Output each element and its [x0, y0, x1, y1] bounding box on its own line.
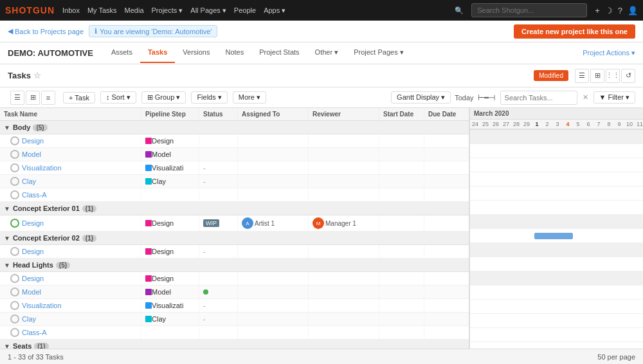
group-count: (1): [82, 235, 96, 242]
nav-media[interactable]: Media: [125, 6, 144, 14]
collapse-seats[interactable]: ▼: [4, 343, 10, 349]
help-icon[interactable]: ?: [618, 6, 622, 15]
gantt-panel: March 2020 24 25 26 27 28 29 1 2 3 4 5 6…: [469, 108, 643, 349]
list-view-icon[interactable]: ☰: [575, 69, 589, 83]
status-circle: [10, 314, 19, 323]
gantt-day: 29: [521, 121, 532, 127]
star-icon[interactable]: ☆: [33, 71, 41, 80]
options-icon[interactable]: ⋮⋮: [606, 69, 620, 83]
status-circle: [10, 328, 19, 337]
col-reviewer: Reviewer: [309, 108, 379, 120]
task-link[interactable]: Clay: [22, 177, 36, 185]
add-task-btn[interactable]: + Task: [63, 92, 95, 104]
task-link[interactable]: Visualization: [22, 164, 62, 172]
gantt-bar: [534, 233, 573, 239]
table-row: Class-A Body: [0, 188, 469, 202]
col-task-name: Task Name: [0, 108, 141, 120]
group-concept-ext-02: ▼ Concept Exterior 02 (1): [0, 232, 469, 245]
nav-allpages[interactable]: All Pages ▾: [190, 6, 226, 15]
fields-btn[interactable]: Fields ▾: [191, 91, 227, 104]
gantt-row: [470, 257, 643, 271]
nav-projects[interactable]: Projects ▾: [152, 6, 183, 15]
collapse-concept-01[interactable]: ▼: [4, 205, 10, 212]
create-project-btn[interactable]: Create new project like this one: [514, 24, 635, 39]
task-link[interactable]: Design: [22, 137, 44, 145]
gantt-day: 7: [593, 121, 604, 127]
global-search[interactable]: [471, 3, 587, 17]
task-link[interactable]: Visualization: [22, 302, 62, 309]
table-row: Class-A Head Lights: [0, 326, 469, 340]
nav-inbox[interactable]: Inbox: [62, 6, 80, 14]
gantt-row: [470, 158, 643, 172]
group-body-label: Body: [13, 123, 31, 131]
tab-other[interactable]: Other ▾: [307, 43, 347, 63]
view-grid2-icon[interactable]: ⊞: [26, 91, 40, 105]
group-btn[interactable]: ⊞ Group ▾: [141, 91, 186, 104]
group-body: ▼ Body (5): [0, 121, 469, 134]
assigned-name: Artist 1: [255, 220, 275, 227]
task-link[interactable]: Model: [22, 288, 41, 296]
tab-tasks[interactable]: Tasks: [140, 43, 175, 63]
sort-btn[interactable]: ↕ Sort ▾: [100, 91, 136, 104]
task-table: Task Name Pipeline Step Status Assigned …: [0, 108, 469, 349]
nav-apps[interactable]: Apps ▾: [264, 6, 285, 15]
gantt-row: [470, 328, 643, 342]
gantt-day: 24: [470, 121, 480, 127]
task-link[interactable]: Clay: [22, 315, 36, 323]
back-to-projects[interactable]: ◀ Back to Projects page: [8, 27, 84, 35]
refresh-icon[interactable]: ↺: [621, 69, 635, 83]
modified-badge[interactable]: Modified: [534, 70, 568, 81]
search-tasks-input[interactable]: [500, 91, 577, 105]
filter-btn[interactable]: ▼ Filter ▾: [593, 91, 635, 104]
gantt-row: [470, 342, 643, 349]
tab-versions[interactable]: Versions: [175, 43, 217, 63]
more-btn[interactable]: More ▾: [233, 91, 266, 104]
gantt-day: 26: [491, 121, 501, 127]
table-row: Clay Clay - Head Lights: [0, 313, 469, 326]
avatar: A: [242, 217, 253, 229]
gantt-day: 28: [511, 121, 521, 127]
task-link[interactable]: Design: [22, 275, 44, 282]
top-nav: SHOTGUN Inbox My Tasks Media Projects ▾ …: [0, 0, 643, 21]
status-circle: [10, 190, 19, 199]
group-seats: ▼ Seats (1): [0, 340, 469, 349]
task-link[interactable]: Class-A: [22, 329, 47, 336]
tab-project-stats[interactable]: Project Stats: [251, 43, 307, 63]
gantt-display-btn[interactable]: Gantt Display ▾: [391, 91, 451, 104]
task-link[interactable]: Class-A: [22, 191, 47, 199]
status-circle: [10, 163, 19, 172]
nav-mytasks[interactable]: My Tasks: [87, 6, 117, 14]
tab-assets[interactable]: Assets: [104, 43, 140, 63]
table-row: Clay Clay - Body: [0, 175, 469, 188]
tab-notes[interactable]: Notes: [217, 43, 251, 63]
grid-view-icon[interactable]: ⊞: [590, 69, 604, 83]
sub-nav: ◀ Back to Projects page ℹ You are viewin…: [0, 21, 643, 42]
timeline-slider[interactable]: ⊢━⊣: [478, 93, 495, 102]
collapse-concept-02[interactable]: ▼: [4, 235, 10, 242]
project-tabs: Assets Tasks Versions Notes Project Stat…: [104, 43, 412, 63]
status-circle: [10, 219, 19, 228]
collapse-body[interactable]: ▼: [4, 124, 10, 131]
status-circle: [10, 247, 19, 256]
moon-icon[interactable]: ☽: [605, 6, 613, 15]
task-link[interactable]: Model: [22, 150, 41, 158]
view-menu-icon[interactable]: ≡: [41, 91, 55, 105]
table-row: Design Design Body: [0, 134, 469, 148]
tab-project-pages[interactable]: Project Pages ▾: [346, 43, 412, 63]
project-actions[interactable]: Project Actions ▾: [583, 49, 635, 57]
gantt-day: 25: [480, 121, 491, 127]
gantt-row: [470, 187, 643, 201]
col-start: Start Date: [379, 108, 424, 120]
task-link[interactable]: Design: [22, 248, 44, 255]
task-link[interactable]: Design: [22, 219, 44, 227]
user-avatar[interactable]: 👤: [628, 6, 638, 15]
view-list-icon[interactable]: ☰: [10, 91, 24, 105]
app-logo: SHOTGUN: [5, 5, 55, 15]
gantt-day: 6: [583, 121, 593, 127]
reviewer-name: Manager 1: [325, 220, 356, 227]
search-clear-icon[interactable]: ✕: [583, 93, 588, 102]
add-icon[interactable]: +: [595, 6, 600, 15]
collapse-head-lights[interactable]: ▼: [4, 262, 10, 269]
per-page-info: 50 per page: [597, 353, 635, 361]
nav-people[interactable]: People: [234, 6, 256, 14]
